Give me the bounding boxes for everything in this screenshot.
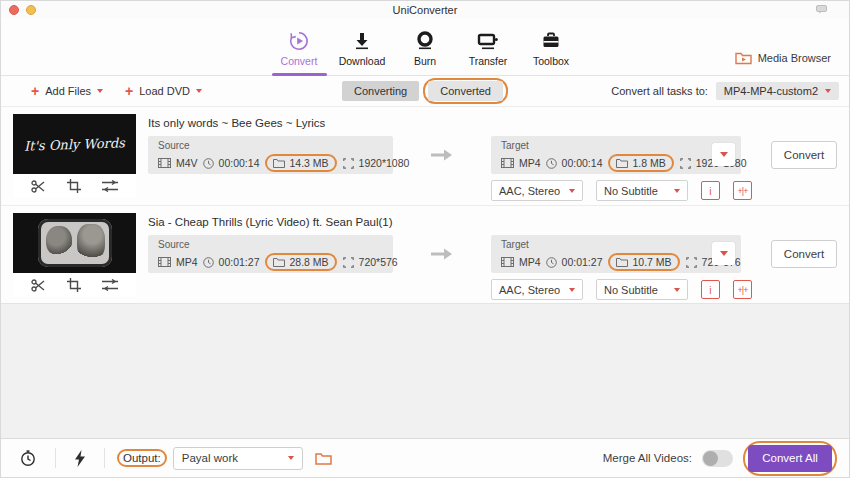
file-toolbar: + Add Files + Load DVD Converting Conver… <box>1 76 849 106</box>
converted-file-list: It's Only Words <box>1 106 849 303</box>
target-format-dropdown-button[interactable] <box>712 143 735 166</box>
subtitle-dropdown[interactable]: No Subtitle <box>596 180 688 201</box>
chevron-down-icon <box>288 456 294 460</box>
audio-dropdown[interactable]: AAC, Stereo <box>491 279 583 300</box>
subtitle-value: No Subtitle <box>604 284 658 296</box>
source-duration: 00:01:27 <box>219 256 260 268</box>
split-button[interactable]: +|+ <box>733 280 752 299</box>
film-icon <box>158 257 171 267</box>
thumbnail-image <box>38 219 112 267</box>
media-browser-folder-icon <box>735 51 752 65</box>
film-icon <box>501 158 514 168</box>
transfer-device-icon <box>477 30 499 52</box>
file-title: Its only words ~ Bee Gees ~ Lyrics <box>148 117 849 129</box>
source-info-panel: Source MP4 00:01:27 28.8 MB 720*576 <box>148 235 393 273</box>
video-thumbnail[interactable]: It's Only Words <box>13 114 136 174</box>
resolution-icon <box>680 158 691 169</box>
source-info-panel: Source M4V 00:00:14 14.3 MB 1920*1080 <box>148 136 393 174</box>
convert-all-tasks-dropdown[interactable]: MP4-MP4-custom2 <box>716 82 839 100</box>
tab-burn[interactable]: Burn <box>394 19 457 75</box>
convert-button[interactable]: Convert <box>771 240 837 268</box>
add-files-caret-icon[interactable] <box>97 89 103 93</box>
divider <box>104 448 105 468</box>
chevron-down-icon <box>569 288 575 292</box>
chevron-down-icon <box>674 189 680 193</box>
subtitle-dropdown[interactable]: No Subtitle <box>596 279 688 300</box>
resolution-icon <box>343 257 354 268</box>
source-size: 28.8 MB <box>289 256 328 268</box>
source-format: M4V <box>176 157 198 169</box>
converting-tab[interactable]: Converting <box>342 81 419 101</box>
output-label: Output: <box>123 452 161 464</box>
folder-icon <box>273 257 285 267</box>
load-dvd-label: Load DVD <box>139 85 190 97</box>
tab-toolbox[interactable]: Toolbox <box>520 19 583 75</box>
audio-value: AAC, Stereo <box>499 284 560 296</box>
clock-icon <box>203 158 214 169</box>
target-size: 10.7 MB <box>632 256 671 268</box>
target-format-dropdown-button[interactable] <box>712 242 735 265</box>
video-thumbnail[interactable] <box>13 213 136 273</box>
audio-dropdown[interactable]: AAC, Stereo <box>491 180 583 201</box>
subtitle-value: No Subtitle <box>604 185 658 197</box>
convert-all-tasks-label: Convert all tasks to: <box>611 85 708 97</box>
crop-icon[interactable] <box>67 179 81 193</box>
target-label: Target <box>501 140 705 151</box>
bottom-bar: Output: Payal work Merge All Videos: Con… <box>1 438 849 477</box>
source-resolution: 720*576 <box>359 256 398 268</box>
load-dvd-button[interactable]: + Load DVD <box>125 84 202 98</box>
divider <box>55 448 56 468</box>
trim-scissors-icon[interactable] <box>31 180 46 193</box>
convert-all-button[interactable]: Convert All <box>748 445 832 472</box>
effects-sliders-icon[interactable] <box>102 180 118 192</box>
converted-tab[interactable]: Converted <box>428 81 503 101</box>
chevron-down-icon <box>720 251 728 256</box>
effects-sliders-icon[interactable] <box>102 279 118 291</box>
output-folder-dropdown[interactable]: Payal work <box>173 447 303 470</box>
crop-icon[interactable] <box>67 278 81 292</box>
source-duration: 00:00:14 <box>219 157 260 169</box>
feedback-bubble-icon[interactable] <box>816 5 827 14</box>
film-icon <box>158 158 171 168</box>
trim-scissors-icon[interactable] <box>31 279 46 292</box>
plus-icon: + <box>31 84 39 98</box>
convert-arrow-icon <box>393 248 491 260</box>
tab-download-label: Download <box>339 55 386 67</box>
annotation-circle-source-size: 28.8 MB <box>265 253 336 271</box>
schedule-alarm-icon[interactable] <box>13 449 43 467</box>
folder-icon <box>273 158 285 168</box>
split-button[interactable]: +|+ <box>733 181 752 200</box>
tab-burn-label: Burn <box>414 55 436 67</box>
media-browser-label: Media Browser <box>758 52 831 64</box>
tab-convert[interactable]: Convert <box>268 19 331 75</box>
empty-list-area <box>1 303 849 438</box>
annotation-circle-output: Output: <box>117 449 167 467</box>
merge-all-videos-toggle[interactable] <box>702 450 733 467</box>
tab-download[interactable]: Download <box>331 19 394 75</box>
clock-icon <box>203 257 214 268</box>
convert-button[interactable]: Convert <box>771 141 837 169</box>
target-size: 1.8 MB <box>632 157 665 169</box>
open-output-folder-icon[interactable] <box>309 452 338 465</box>
main-navigation: Convert Download Burn <box>1 19 849 76</box>
target-duration: 00:00:14 <box>562 157 603 169</box>
audio-value: AAC, Stereo <box>499 185 560 197</box>
chevron-down-icon <box>674 288 680 292</box>
tab-toolbox-label: Toolbox <box>533 55 569 67</box>
minimize-window-button[interactable] <box>26 5 36 15</box>
high-speed-bolt-icon[interactable] <box>68 450 92 467</box>
load-dvd-caret-icon[interactable] <box>196 89 202 93</box>
tab-transfer[interactable]: Transfer <box>457 19 520 75</box>
chevron-down-icon <box>569 189 575 193</box>
file-info-button[interactable]: i <box>701 280 720 299</box>
file-info-button[interactable]: i <box>701 181 720 200</box>
source-size: 14.3 MB <box>289 157 328 169</box>
close-window-button[interactable] <box>9 5 19 15</box>
add-files-label: Add Files <box>45 85 91 97</box>
convert-all-tasks-value: MP4-MP4-custom2 <box>724 85 818 97</box>
tab-transfer-label: Transfer <box>469 55 508 67</box>
target-label: Target <box>501 239 705 250</box>
media-browser-button[interactable]: Media Browser <box>735 51 831 65</box>
add-files-button[interactable]: + Add Files <box>31 84 103 98</box>
folder-icon <box>616 257 628 267</box>
